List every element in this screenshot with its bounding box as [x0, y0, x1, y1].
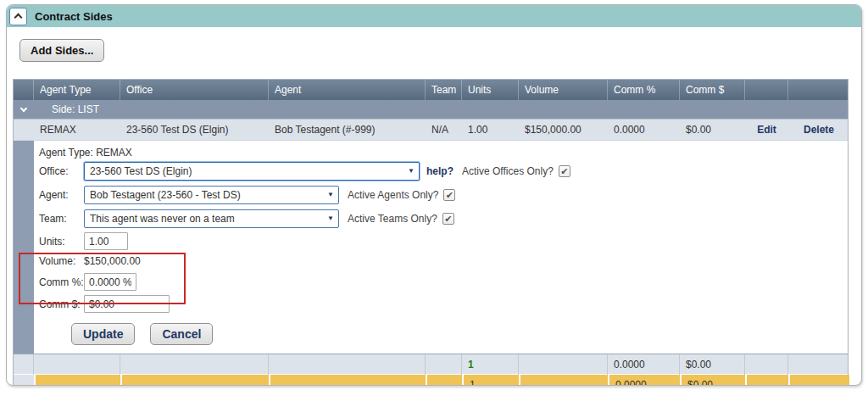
table-row[interactable]: REMAX 23-560 Test DS (Elgin) Bob Testage…	[14, 119, 848, 140]
total-volume: --	[519, 375, 608, 386]
agent-label: Agent:	[39, 189, 84, 201]
delete-link[interactable]: Delete	[788, 120, 849, 140]
col-header-edit	[745, 80, 788, 100]
active-teams-checkbox[interactable]: ✔	[442, 213, 454, 225]
collapse-panel-button[interactable]	[9, 8, 27, 25]
chevron-up-icon	[14, 14, 23, 22]
agent-dropdown-value: Bob Testagent (23-560 - Test DS)	[90, 189, 241, 201]
subtotal-comm-usd: $0.00	[680, 354, 745, 375]
total-edit	[745, 375, 788, 386]
panel-titlebar: Contract Sides	[7, 5, 861, 27]
header-strip-cell	[14, 80, 34, 100]
subtotal-team	[426, 354, 462, 375]
group-row-side-list[interactable]: Side: LIST	[14, 100, 848, 119]
row-comm-usd: $0.00	[680, 120, 745, 140]
edit-side-form: Agent Type: REMAX Office: 23-560 Test DS…	[14, 140, 848, 354]
row-agent-type: REMAX	[34, 120, 120, 140]
total-row: 1 -- 0.0000 $0.00	[14, 374, 848, 386]
comm-pct-input[interactable]	[84, 273, 136, 291]
contract-sides-table: Agent Type Office Agent Team Units Volum…	[13, 79, 849, 386]
row-office: 23-560 Test DS (Elgin)	[120, 120, 269, 140]
col-header-delete	[788, 80, 849, 100]
col-header-comm-usd[interactable]: Comm $	[680, 80, 745, 100]
col-header-agent-type[interactable]: Agent Type	[34, 80, 120, 100]
office-dropdown[interactable]: 23-560 Test DS (Elgin) ▼	[84, 162, 420, 181]
panel-title: Contract Sides	[35, 10, 113, 23]
comm-pct-label: Comm %:	[39, 276, 84, 288]
table-header-row: Agent Type Office Agent Team Units Volum…	[14, 80, 848, 100]
agent-dropdown[interactable]: Bob Testagent (23-560 - Test DS) ▼	[84, 186, 339, 204]
volume-label: Volume:	[39, 255, 84, 267]
volume-value: $150,000.00	[84, 255, 141, 267]
cancel-button[interactable]: Cancel	[150, 323, 213, 345]
total-comm-pct: 0.0000	[608, 375, 680, 386]
edit-link[interactable]: Edit	[745, 120, 788, 140]
update-button[interactable]: Update	[71, 323, 135, 345]
total-team	[426, 375, 462, 386]
active-agents-label: Active Agents Only?	[348, 189, 438, 201]
active-agents-checkbox[interactable]: ✔	[443, 189, 455, 201]
total-comm-usd: $0.00	[680, 375, 745, 386]
office-dropdown-value: 23-560 Test DS (Elgin)	[90, 165, 192, 177]
group-row-label: Side: LIST	[52, 103, 99, 115]
chevron-down-icon	[20, 104, 27, 111]
subtotal-units: 1	[462, 354, 519, 375]
row-volume: $150,000.00	[519, 120, 608, 140]
team-dropdown-value: This agent was never on a team	[90, 213, 235, 225]
total-agent-type	[34, 375, 120, 386]
subtotal-office	[120, 354, 269, 375]
total-delete	[788, 375, 849, 386]
row-team: N/A	[426, 120, 462, 140]
subtotal-delete	[788, 354, 849, 375]
group-collapse-strip[interactable]	[14, 109, 34, 111]
team-label: Team:	[39, 213, 84, 225]
office-label: Office:	[39, 165, 84, 177]
subtotal-agent	[269, 354, 426, 375]
subtotal-strip-cell	[14, 354, 34, 375]
help-link[interactable]: help?	[426, 165, 453, 177]
contract-sides-panel: Contract Sides Add Sides... Agent Type O…	[6, 4, 862, 386]
total-agent	[269, 375, 426, 386]
total-office	[120, 375, 269, 386]
selected-row-strip	[14, 141, 34, 354]
active-offices-checkbox[interactable]: ✔	[559, 165, 570, 177]
dropdown-caret-icon: ▼	[408, 168, 415, 175]
row-agent: Bob Testagent (#-999)	[269, 120, 426, 140]
col-header-units[interactable]: Units	[462, 80, 519, 100]
total-units: 1	[462, 375, 519, 386]
col-header-agent[interactable]: Agent	[269, 80, 426, 100]
subtotal-edit	[745, 354, 788, 375]
col-header-comm-pct[interactable]: Comm %	[608, 80, 680, 100]
dropdown-caret-icon: ▼	[327, 215, 334, 222]
active-teams-label: Active Teams Only?	[348, 213, 437, 225]
active-offices-label: Active Offices Only?	[462, 165, 554, 177]
units-input[interactable]	[84, 232, 128, 250]
subtotal-agent-type	[34, 354, 120, 375]
col-header-team[interactable]: Team	[426, 80, 462, 100]
col-header-volume[interactable]: Volume	[519, 80, 608, 100]
units-label: Units:	[39, 236, 84, 248]
add-sides-button[interactable]: Add Sides...	[19, 39, 104, 62]
comm-usd-input[interactable]	[84, 295, 170, 313]
row-strip-cell	[14, 120, 34, 140]
row-comm-pct: 0.0000	[608, 120, 680, 140]
col-header-office[interactable]: Office	[120, 80, 269, 100]
subtotal-comm-pct: 0.0000	[608, 354, 680, 375]
row-units: 1.00	[462, 120, 519, 140]
team-dropdown[interactable]: This agent was never on a team ▼	[84, 209, 339, 228]
agent-type-static: Agent Type: REMAX	[39, 145, 848, 160]
subtotal-volume	[519, 354, 608, 375]
total-strip-cell	[14, 375, 34, 386]
comm-usd-label: Comm $:	[39, 298, 84, 310]
subtotal-row: 1 0.0000 $0.00	[14, 354, 848, 374]
dropdown-caret-icon: ▼	[327, 192, 334, 198]
